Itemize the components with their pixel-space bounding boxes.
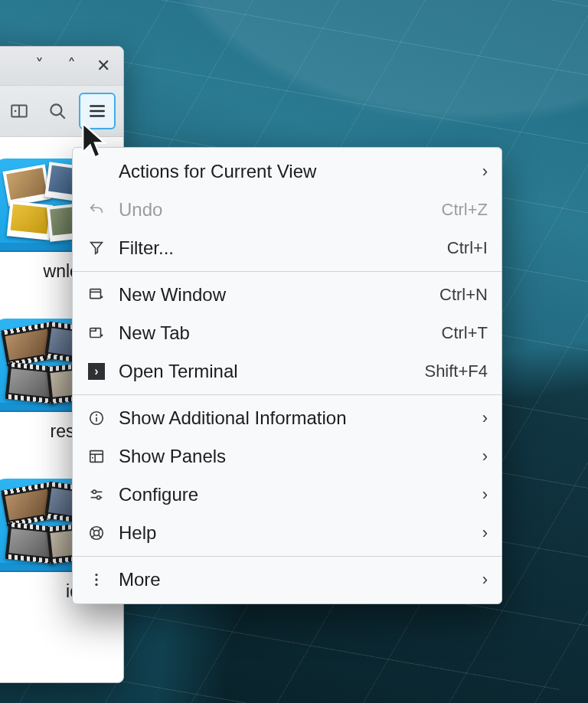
menu-item-new-window[interactable]: New Window Ctrl+N [73,276,501,314]
new-tab-icon [87,325,106,342]
menu-item-more[interactable]: More › [73,561,501,599]
menu-item-label: Open Terminal [119,361,412,382]
menu-item-open-terminal[interactable]: Open Terminal Shift+F4 [73,352,501,391]
chevron-right-icon: › [482,570,488,590]
split-view-button[interactable] [2,94,36,128]
menu-item-label: More [119,569,470,590]
menu-item-label: Actions for Current View [119,161,470,182]
svg-point-3 [51,104,61,115]
menu-item-show-additional-info[interactable]: Show Additional Information › [73,399,501,437]
chevron-right-icon: › [482,408,488,428]
chevron-right-icon: › [482,485,488,505]
window-close-button[interactable]: ✕ [94,57,113,74]
menu-item-label: Show Additional Information [119,407,470,429]
menu-separator [73,394,501,395]
svg-point-21 [97,495,100,499]
more-vertical-icon [87,571,106,588]
new-window-icon [87,286,106,303]
svg-line-4 [60,114,65,119]
hamburger-menu-button[interactable] [79,93,116,129]
menu-item-label: Show Panels [119,446,470,467]
chevron-right-icon: › [482,523,488,543]
menu-item-undo: Undo Ctrl+Z [73,191,501,229]
sliders-icon [87,486,106,503]
window-minimize-button[interactable]: ˅ [30,57,48,74]
chevron-right-icon: › [482,446,488,466]
svg-point-23 [94,531,100,536]
chevron-right-icon: › [482,162,488,181]
window-titlebar: ˅ ˄ ✕ [0,47,123,86]
svg-rect-8 [90,289,101,299]
menu-item-shortcut: Shift+F4 [424,361,488,381]
menu-item-help[interactable]: Help › [73,514,501,552]
menu-item-shortcut: Ctrl+T [442,323,488,343]
svg-point-28 [95,574,97,576]
menu-item-label: New Window [119,284,427,306]
svg-point-13 [96,414,97,416]
svg-rect-14 [90,451,103,463]
svg-point-2 [15,110,17,113]
svg-point-30 [95,584,97,586]
panels-icon [87,448,106,465]
menu-item-label: Filter... [119,237,435,259]
menu-separator [73,271,501,272]
terminal-icon [87,363,106,380]
menu-item-show-panels[interactable]: Show Panels › [73,437,501,476]
menu-item-label: Help [119,522,470,544]
search-button[interactable] [41,94,74,128]
svg-point-29 [95,578,97,580]
info-icon [87,410,106,427]
hamburger-menu: Actions for Current View › Undo Ctrl+Z F… [72,147,502,604]
svg-point-17 [92,457,93,459]
menu-item-shortcut: Ctrl+N [439,285,488,305]
menu-item-shortcut: Ctrl+Z [442,200,488,220]
file-manager-toolbar [0,86,123,137]
lifebuoy-icon [87,525,106,541]
menu-item-label: Configure [119,484,470,505]
menu-separator [73,556,501,557]
window-maximize-button[interactable]: ˄ [62,57,80,74]
menu-item-filter[interactable]: Filter... Ctrl+I [73,229,501,267]
menu-item-actions-current-view[interactable]: Actions for Current View › [73,152,501,191]
menu-item-configure[interactable]: Configure › [73,476,501,514]
menu-item-label: New Tab [119,322,430,344]
menu-item-new-tab[interactable]: New Tab Ctrl+T [73,314,501,352]
menu-item-label: Undo [119,199,430,221]
menu-item-shortcut: Ctrl+I [447,238,488,258]
svg-point-19 [93,490,96,493]
undo-icon [87,201,106,218]
funnel-icon [87,240,106,257]
